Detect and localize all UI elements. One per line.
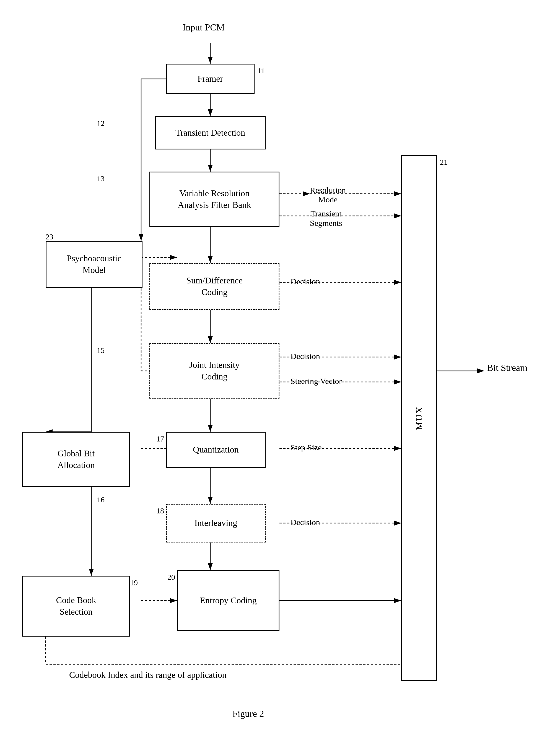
psychoacoustic-box: Psychoacoustic Model — [46, 241, 142, 288]
diagram: Input PCM Framer 11 Transient Detection … — [0, 0, 560, 734]
code-book-label: Code Book Selection — [56, 595, 96, 618]
label-13: 13 — [97, 174, 105, 183]
quantization-box: Quantization — [166, 432, 266, 468]
label-17: 17 — [156, 435, 164, 444]
interleaving-box: Interleaving — [166, 504, 266, 543]
resolution-mode-label: Resolution Mode — [310, 185, 346, 204]
variable-resolution-box: Variable Resolution Analysis Filter Bank — [149, 172, 279, 227]
transient-detection-box: Transient Detection — [155, 116, 266, 149]
psychoacoustic-label: Psychoacoustic Model — [67, 253, 121, 276]
label-16: 16 — [97, 496, 105, 504]
entropy-coding-box: Entropy Coding — [177, 570, 279, 631]
global-bit-label: Global Bit Allocation — [57, 448, 95, 471]
mux-box: MUX — [401, 155, 437, 681]
decision1-label: Decision — [291, 277, 320, 286]
framer-box: Framer — [166, 64, 255, 94]
label-18: 18 — [156, 507, 164, 515]
figure-label: Figure 2 — [232, 709, 264, 719]
global-bit-box: Global Bit Allocation — [22, 432, 130, 487]
codebook-index-label: Codebook Index and its range of applicat… — [69, 670, 227, 680]
code-book-box: Code Book Selection — [22, 576, 130, 637]
transient-segments-label: Transient Segments — [310, 209, 342, 228]
sum-difference-label: Sum/Difference Coding — [186, 275, 243, 298]
input-pcm-label: Input PCM — [183, 22, 225, 33]
step-size-label: Step Size — [291, 443, 322, 452]
label-20: 20 — [167, 573, 175, 582]
sum-difference-box: Sum/Difference Coding — [149, 263, 279, 310]
label-11: 11 — [257, 66, 265, 75]
steering-vector-label: Steering Vector — [291, 377, 342, 386]
label-19: 19 — [130, 579, 138, 587]
label-23: 23 — [46, 232, 53, 241]
label-15: 15 — [97, 346, 105, 355]
bit-stream-label: Bit Stream — [487, 362, 527, 373]
decision2-label: Decision — [291, 351, 320, 361]
label-21: 21 — [440, 158, 448, 167]
entropy-coding-label: Entropy Coding — [200, 595, 256, 606]
joint-intensity-label: Joint Intensity Coding — [189, 359, 240, 382]
label-12: 12 — [97, 119, 105, 128]
variable-resolution-label: Variable Resolution Analysis Filter Bank — [178, 188, 251, 211]
joint-intensity-box: Joint Intensity Coding — [149, 343, 279, 399]
decision3-label: Decision — [291, 518, 320, 527]
